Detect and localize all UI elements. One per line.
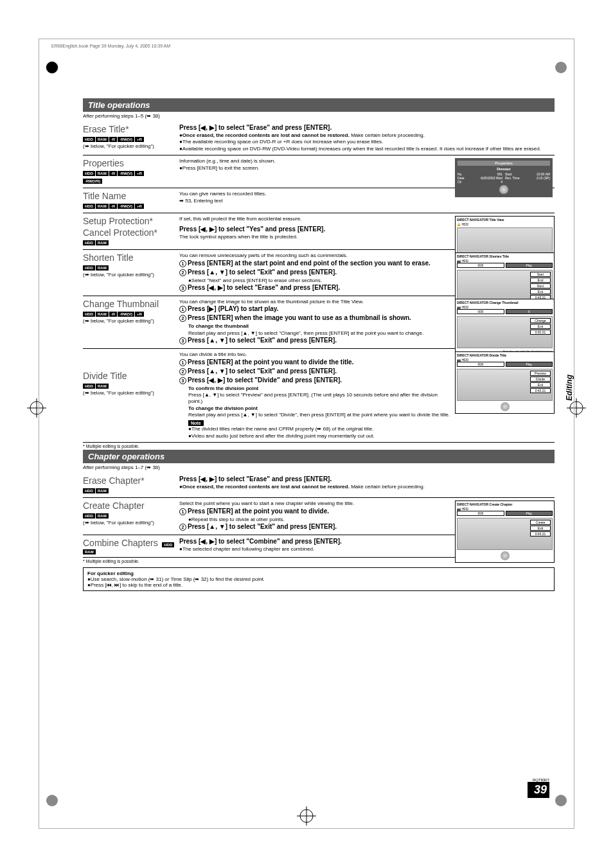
side-tab-editing: Editing xyxy=(565,375,574,401)
tag-ram: RAM xyxy=(96,312,109,317)
step-1: 1Press [ENTER] at the start point and en… xyxy=(179,260,452,267)
osd-title: Properties xyxy=(458,161,550,166)
tag-ram: RAM xyxy=(96,488,109,493)
tag-plusr: +R xyxy=(135,312,144,317)
osd-btn-end: End xyxy=(530,278,551,283)
osd-title: DIRECT NAVIGATOR Divide Title xyxy=(457,353,553,357)
osd-play-label: Play xyxy=(506,263,553,268)
row-divide-title: Divide Title HDDRAM (➡ below, "For quick… xyxy=(83,349,555,443)
row-protection: Setup Protection* Cancel Protection* HDD… xyxy=(83,213,555,250)
label: Rec. Time xyxy=(505,176,520,180)
page-number: 39 xyxy=(528,782,549,798)
row-create-chapter: Create Chapter HDDRAM (➡ below, "For qui… xyxy=(83,498,555,535)
osd-hdd-label: HDD xyxy=(461,222,468,226)
step-3: 3Press [◀, ▶] to select "Erase" and pres… xyxy=(179,284,452,292)
tag-plusr: +R xyxy=(135,171,144,176)
note-label: Note xyxy=(188,420,204,426)
value: 2:15 (SP) xyxy=(537,176,550,180)
body-text: ●Once erased, the recorded contents are … xyxy=(179,132,555,139)
value: 4 xyxy=(501,180,502,184)
feature-setup-protection: Setup Protection* xyxy=(83,216,175,226)
tag-hdd: HDD xyxy=(83,171,95,176)
osd-title: DIRECT NAVIGATOR Shorten Title xyxy=(457,254,553,258)
tag-r: -R xyxy=(109,312,117,317)
feature-shorten-title: Shorten Title xyxy=(83,252,175,263)
step-3: 3Press [▲, ▼] to select "Exit" and press… xyxy=(179,337,452,344)
section-title-operations: Title operations xyxy=(83,98,555,112)
osd-btn-exit: Exit xyxy=(530,324,551,329)
body-text: You can change the image to be shown as … xyxy=(179,299,452,305)
dpad-icon xyxy=(501,402,510,411)
feature-title-name: Title Name xyxy=(83,191,175,201)
feature-combine-chapters: Combine Chapters xyxy=(83,538,158,548)
osd-btn-preview: Preview xyxy=(530,371,551,376)
tag-ram: RAM xyxy=(96,384,109,389)
body-text: ●Available recording space on DVD-RW (DV… xyxy=(179,146,555,152)
subnote: (➡ below, "For quicker editing") xyxy=(83,520,175,526)
feature-divide-title: Divide Title xyxy=(83,371,175,381)
after-steps-chapter: After performing steps 1–7 (➡ 38) xyxy=(83,465,555,470)
step-2: 2Press [▲, ▼] to select "Exit" and press… xyxy=(179,269,452,276)
tag-hdd: HDD xyxy=(83,384,95,389)
tag-ram: RAM xyxy=(96,240,109,245)
osd-preview: Start End Next Exit 0:43.21 xyxy=(457,270,553,302)
row-change-thumbnail: Change Thumbnail HDDRAM-R-RW(V)+R (➡ bel… xyxy=(83,296,555,349)
feature-cancel-protection: Cancel Protection* xyxy=(83,227,175,238)
step-2: 2Press [▲, ▼] to select "Exit" and press… xyxy=(179,523,452,531)
tag-hdd: HDD xyxy=(83,265,95,270)
osd-thumb-num: 008 xyxy=(457,309,504,314)
step-1: 1Press [ENTER] at the point you want to … xyxy=(179,508,452,515)
row-properties: Properties HDDRAM-R-RW(V)+R -RW(VR) Info… xyxy=(83,155,555,188)
quick-editing-box: For quicker editing ●Use search, slow-mo… xyxy=(83,567,555,591)
tag-rwv: -RW(V) xyxy=(118,137,134,142)
body-text: You can remove unnecessary parts of the … xyxy=(179,252,452,259)
lock-icon: 🔒 xyxy=(457,222,461,226)
body-text: ●The selected chapter and following chap… xyxy=(179,546,555,553)
note-text: ●Video and audio just before and after t… xyxy=(179,433,555,439)
body-text: You can divide a title into two. xyxy=(179,351,452,358)
quick-line: ●Use search, slow-motion (➡ 31) or Time … xyxy=(87,576,550,582)
instr-erase-title: Press [◀, ▶] to select "Erase" and press… xyxy=(179,124,555,131)
row-erase-title: Erase Title* HDDRAM-R-RW(V)+R (➡ below, … xyxy=(83,121,555,155)
tag-plusr: +R xyxy=(135,137,144,142)
body-text: Select the point where you want to start… xyxy=(179,500,452,507)
feature-erase-chapter: Erase Chapter* xyxy=(83,475,175,486)
tag-hdd: HDD xyxy=(83,137,95,142)
value: 6/25/2002 Wed xyxy=(481,176,502,180)
step-2: 2Press [ENTER] when the image you want t… xyxy=(179,314,452,322)
multi-edit-note: * Multiple editing is possible. xyxy=(83,444,555,448)
tag-hdd: HDD xyxy=(83,488,95,493)
row-erase-chapter: Erase Chapter* HDDRAM Press [◀, ▶] to se… xyxy=(83,473,555,498)
section-chapter-operations: Chapter operations xyxy=(83,450,555,463)
osd-time: 0:43.21 xyxy=(530,388,551,393)
tag-hdd: HDD xyxy=(83,240,95,245)
feature-erase-title: Erase Title* xyxy=(83,124,175,134)
tag-hdd: HDD xyxy=(162,542,174,547)
osd-title: DIRECT NAVIGATOR Create Chapter xyxy=(457,502,553,506)
osd-time: 0:43.21 xyxy=(530,531,551,536)
body-text: You can give names to recorded titles. xyxy=(179,191,555,197)
subnote: (➡ below, "For quicker editing") xyxy=(83,390,175,396)
instr-erase-chapter: Press [◀, ▶] to select "Erase" and press… xyxy=(179,475,555,483)
tag-ram: RAM xyxy=(83,549,96,554)
tag-hdd: HDD xyxy=(83,204,95,209)
tag-hdd: HDD xyxy=(83,513,95,518)
subnote: (➡ below, "For quicker editing") xyxy=(83,318,175,324)
tag-rwv: -RW(V) xyxy=(118,204,134,209)
disc-tags: HDDRAM-R-RW(V)+R xyxy=(83,136,175,142)
row-combine-chapters: Combine Chapters HDDRAM Press [◀, ▶] to … xyxy=(83,535,555,558)
osd-thumb-num: 008 xyxy=(457,511,504,516)
osd-btn-change: Change xyxy=(530,318,551,323)
tag-ram: RAM xyxy=(96,171,109,176)
row-shorten-title: Shorten Title HDDRAM (➡ below, "For quic… xyxy=(83,250,555,296)
tag-r: -R xyxy=(109,204,117,209)
body-text: Press [▲, ▼] to select "Preview" and pre… xyxy=(179,392,452,405)
after-steps-title: After performing steps 1–5 (➡ 38) xyxy=(83,113,555,119)
label: Ch xyxy=(458,180,461,184)
osd-time: 0:00.01 xyxy=(530,330,551,335)
subnote: (➡ below, "For quicker editing") xyxy=(83,272,175,278)
step-2: 2Press [▲, ▼] to select "Exit" and press… xyxy=(179,368,452,375)
osd-preview: Preview Divide Exit 0:43.21 xyxy=(457,369,553,401)
subnote: (➡ below, "For quicker editing") xyxy=(83,143,175,149)
osd-btn-create: Create xyxy=(530,520,551,525)
